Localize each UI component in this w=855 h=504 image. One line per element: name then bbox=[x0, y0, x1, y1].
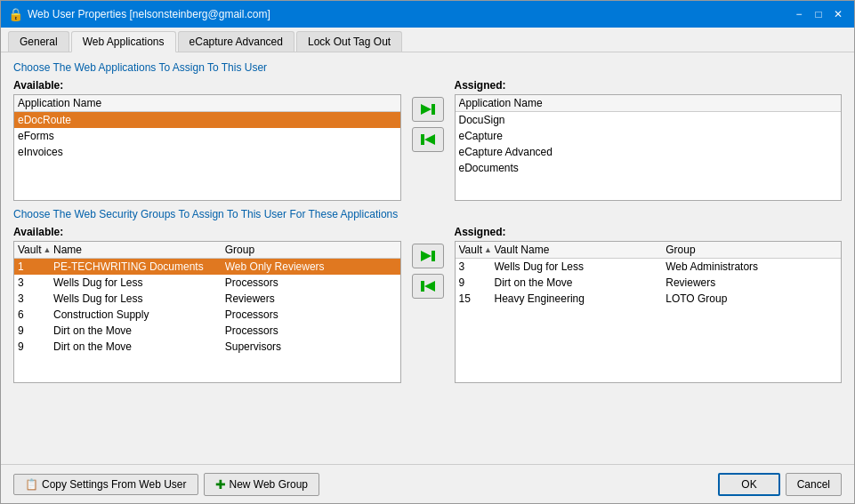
assigned-col-vault-label: Vault bbox=[459, 244, 482, 256]
copy-icon: 📋 bbox=[25, 478, 38, 491]
groups-assigned-listbox[interactable]: Vault ▲ Vault Name Group 3 bbox=[455, 241, 843, 383]
ok-button[interactable]: OK bbox=[718, 473, 779, 496]
apps-available-listbox[interactable]: Application Name eDocRoute eForms eInvoi… bbox=[13, 94, 401, 201]
list-item[interactable]: 9 Dirt on the Move Processors bbox=[14, 323, 400, 339]
list-item[interactable]: eInvoices bbox=[14, 144, 400, 160]
apps-assigned-label: Assigned: bbox=[455, 79, 843, 92]
svg-marker-0 bbox=[421, 104, 432, 115]
svg-marker-4 bbox=[421, 251, 432, 261]
svg-rect-3 bbox=[421, 134, 424, 145]
vault-sort-icon: ▲ bbox=[43, 245, 51, 254]
groups-available-listbox[interactable]: Vault ▲ Name Group 1 PE bbox=[13, 241, 401, 383]
list-item[interactable]: eForms bbox=[14, 128, 400, 144]
apps-section-title: Choose The Web Applications To Assign To… bbox=[13, 61, 842, 74]
groups-assigned-panel: Assigned: Vault ▲ Vault Name Group bbox=[455, 226, 843, 383]
svg-rect-1 bbox=[432, 104, 435, 115]
window-icon: 🔒 bbox=[8, 7, 22, 21]
groups-assign-button[interactable] bbox=[412, 244, 444, 268]
svg-rect-7 bbox=[421, 281, 424, 292]
list-item[interactable]: eDocRoute bbox=[14, 112, 400, 128]
list-item[interactable]: eCapture bbox=[456, 128, 842, 144]
maximize-button[interactable]: □ bbox=[810, 6, 827, 22]
col-vault-label: Vault bbox=[18, 244, 41, 256]
apps-assigned-header-label: Application Name bbox=[459, 97, 543, 109]
col-name-label: Name bbox=[53, 244, 82, 256]
list-item[interactable]: DocuSign bbox=[456, 112, 842, 128]
minimize-button[interactable]: − bbox=[790, 6, 808, 22]
footer-right: OK Cancel bbox=[718, 473, 842, 496]
tab-web-applications[interactable]: Web Applications bbox=[71, 31, 176, 52]
apps-assigned-listbox[interactable]: Application Name DocuSign eCapture eCapt… bbox=[455, 94, 843, 201]
groups-two-panel: Available: Vault ▲ Name Group bbox=[13, 226, 842, 455]
new-group-icon: ✚ bbox=[215, 477, 226, 492]
assigned-vault-sort-icon: ▲ bbox=[484, 245, 492, 254]
main-window: 🔒 Web User Properties [nelsonsteinberg@g… bbox=[0, 0, 855, 504]
tab-content: Choose The Web Applications To Assign To… bbox=[1, 52, 854, 464]
list-item[interactable]: 15 Heavy Engineering LOTO Group bbox=[456, 291, 842, 307]
title-bar: 🔒 Web User Properties [nelsonsteinberg@g… bbox=[1, 1, 854, 28]
tab-lock-out-tag-out[interactable]: Lock Out Tag Out bbox=[296, 31, 402, 52]
new-web-group-button[interactable]: ✚ New Web Group bbox=[204, 473, 319, 496]
list-item[interactable]: 3 Wells Dug for Less Reviewers bbox=[14, 291, 400, 307]
footer-left: 📋 Copy Settings From Web User ✚ New Web … bbox=[13, 473, 319, 496]
svg-rect-5 bbox=[432, 251, 435, 261]
svg-marker-6 bbox=[424, 281, 435, 292]
groups-section-title: Choose The Web Security Groups To Assign… bbox=[13, 208, 842, 220]
apps-assigned-panel: Assigned: Application Name DocuSign eCap… bbox=[455, 79, 843, 201]
apps-available-label: Available: bbox=[13, 79, 401, 92]
col-group-label: Group bbox=[225, 244, 254, 256]
groups-available-panel: Available: Vault ▲ Name Group bbox=[13, 226, 401, 383]
list-item[interactable]: 9 Dirt on the Move Supervisors bbox=[14, 339, 400, 355]
close-button[interactable]: ✕ bbox=[829, 6, 847, 22]
footer: 📋 Copy Settings From Web User ✚ New Web … bbox=[1, 464, 854, 503]
list-item[interactable]: 1 PE-TECHWRITING Documents Web Only Revi… bbox=[14, 259, 400, 275]
apps-available-panel: Available: Application Name eDocRoute eF… bbox=[13, 79, 401, 201]
apps-assign-button[interactable] bbox=[412, 97, 444, 122]
groups-unassign-button[interactable] bbox=[412, 274, 444, 299]
apps-unassign-button[interactable] bbox=[412, 127, 444, 152]
apps-assigned-header: Application Name bbox=[456, 95, 842, 112]
apps-arrow-panel bbox=[408, 79, 448, 152]
cancel-button[interactable]: Cancel bbox=[786, 473, 842, 496]
list-item[interactable]: 9 Dirt on the Move Reviewers bbox=[456, 275, 842, 291]
assigned-col-group-label: Group bbox=[665, 244, 695, 256]
list-item[interactable]: eCapture Advanced bbox=[456, 144, 842, 160]
apps-two-panel: Available: Application Name eDocRoute eF… bbox=[13, 79, 842, 201]
apps-available-header: Application Name bbox=[14, 95, 400, 112]
tab-ecapture-advanced[interactable]: eCapture Advanced bbox=[178, 31, 294, 52]
list-item[interactable]: 3 Wells Dug for Less Web Administrators bbox=[456, 259, 842, 275]
list-item[interactable]: 6 Construction Supply Processors bbox=[14, 307, 400, 323]
assigned-col-vaultname-label: Vault Name bbox=[495, 244, 550, 256]
list-item[interactable]: eDocuments bbox=[456, 160, 842, 176]
groups-available-label: Available: bbox=[13, 226, 401, 238]
window-title: Web User Properties [nelsonsteinberg@gma… bbox=[28, 8, 270, 20]
list-item[interactable]: 3 Wells Dug for Less Processors bbox=[14, 275, 400, 291]
svg-marker-2 bbox=[424, 134, 435, 145]
tab-general[interactable]: General bbox=[8, 31, 69, 52]
tab-bar: General Web Applications eCapture Advanc… bbox=[1, 28, 854, 52]
copy-settings-button[interactable]: 📋 Copy Settings From Web User bbox=[13, 474, 198, 495]
apps-section: Choose The Web Applications To Assign To… bbox=[13, 61, 842, 201]
apps-available-header-label: Application Name bbox=[18, 97, 101, 109]
groups-available-header: Vault ▲ Name Group bbox=[14, 242, 400, 259]
groups-section: Choose The Web Security Groups To Assign… bbox=[13, 208, 842, 455]
groups-assigned-header: Vault ▲ Vault Name Group bbox=[456, 242, 842, 259]
groups-assigned-label: Assigned: bbox=[455, 226, 843, 238]
groups-arrow-panel bbox=[408, 226, 448, 299]
